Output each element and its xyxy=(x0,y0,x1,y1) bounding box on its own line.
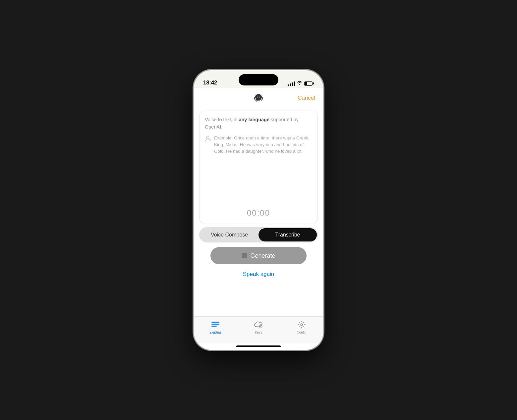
voice-compose-tab[interactable]: Voice Compose xyxy=(200,228,258,241)
tab-elephas[interactable]: Elephas xyxy=(202,320,229,334)
example-row: Example: Once upon a time, there was a G… xyxy=(205,135,312,155)
tab-keys[interactable]: Keys xyxy=(245,320,272,334)
home-indicator xyxy=(236,345,281,347)
svg-point-1 xyxy=(259,97,260,98)
svg-point-2 xyxy=(206,136,209,139)
config-tab-label: Config xyxy=(297,331,307,334)
keys-tab-icon xyxy=(254,320,263,329)
example-text: Example: Once upon a time, there was a G… xyxy=(214,135,312,155)
speak-again-button[interactable]: Speak again xyxy=(194,270,323,283)
voice-text-card: Voice to text, in any language supported… xyxy=(199,111,318,223)
status-time: 18:42 xyxy=(203,79,217,86)
generate-button[interactable]: Generate xyxy=(210,247,307,264)
user-speaking-icon xyxy=(205,135,211,142)
tab-config[interactable]: Config xyxy=(288,320,315,334)
screen: Cancel Voice to text, in any language su… xyxy=(194,88,323,350)
cancel-button[interactable]: Cancel xyxy=(298,93,315,103)
keys-tab-label: Keys xyxy=(255,331,262,334)
timer-display: 00:00 xyxy=(205,206,312,219)
stop-icon xyxy=(242,253,247,258)
svg-point-0 xyxy=(257,97,258,98)
elephas-tab-label: Elephas xyxy=(209,331,221,334)
dynamic-island xyxy=(239,74,278,85)
transcribe-tab[interactable]: Transcribe xyxy=(258,228,317,241)
config-tab-icon xyxy=(297,320,306,329)
signal-icon xyxy=(288,81,295,86)
svg-point-8 xyxy=(301,324,303,326)
svg-point-7 xyxy=(260,326,261,327)
svg-rect-5 xyxy=(211,326,217,327)
wifi-icon xyxy=(297,81,302,86)
app-header: Cancel xyxy=(194,88,323,108)
app-logo xyxy=(252,92,265,105)
battery-icon xyxy=(304,81,314,86)
status-icons xyxy=(288,81,314,86)
svg-rect-4 xyxy=(211,324,219,325)
elephas-tab-icon xyxy=(211,320,220,329)
phone-frame: 18:42 xyxy=(194,70,323,350)
tab-bar: Elephas Keys xyxy=(194,316,323,343)
generate-label: Generate xyxy=(250,252,275,259)
description-text: Voice to text, in any language supported… xyxy=(205,116,312,131)
svg-rect-3 xyxy=(211,322,219,323)
segment-control: Voice Compose Transcribe xyxy=(199,227,318,242)
